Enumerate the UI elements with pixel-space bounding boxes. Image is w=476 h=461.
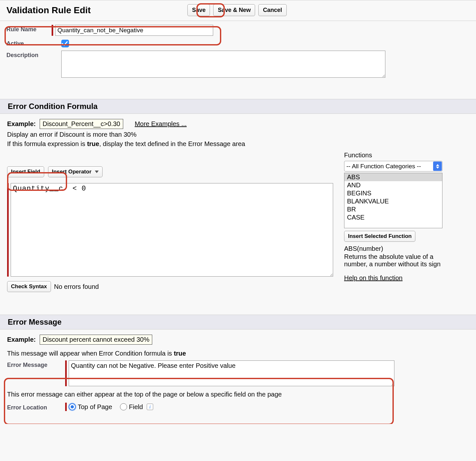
active-checkbox[interactable] <box>61 40 69 47</box>
check-syntax-button[interactable]: Check Syntax <box>7 281 51 292</box>
function-description: Returns the absolute value of a number, … <box>344 253 454 268</box>
formula-if-true-help: If this formula expression is true, disp… <box>7 140 469 148</box>
formula-display-help: Display an error if Discount is more tha… <box>7 131 469 138</box>
cancel-button[interactable]: Cancel <box>258 4 286 16</box>
description-label: Description <box>6 51 52 59</box>
function-item[interactable]: CASE <box>344 213 442 221</box>
error-message-section-header: Error Message <box>0 315 476 329</box>
save-and-new-button[interactable]: Save & New <box>213 4 255 16</box>
rule-name-input[interactable] <box>55 25 213 36</box>
error-example-value: Discount percent cannot exceed 30% <box>40 335 152 345</box>
field-radio-label: Field <box>129 403 143 411</box>
function-item[interactable]: AND <box>344 181 442 189</box>
formula-example-value: Discount_Percent__c>0.30 <box>40 119 123 129</box>
insert-function-button[interactable]: Insert Selected Function <box>344 231 415 242</box>
error-message-label: Error Message <box>7 360 65 368</box>
syntax-result-text: No errors found <box>54 283 99 290</box>
error-location-label: Error Location <box>7 403 65 411</box>
formula-example-label: Example: <box>7 120 36 128</box>
page-title: Validation Rule Edit <box>6 5 91 15</box>
error-message-textarea[interactable] <box>69 360 394 386</box>
required-indicator <box>65 360 67 386</box>
info-icon[interactable]: i <box>147 404 153 410</box>
function-item[interactable]: ABS <box>344 173 442 181</box>
top-of-page-radio[interactable] <box>69 403 76 410</box>
required-indicator <box>7 183 9 277</box>
chevron-down-icon <box>95 171 99 173</box>
more-examples-link[interactable]: More Examples ... <box>135 120 187 128</box>
field-radio[interactable] <box>120 403 127 410</box>
active-label: Active <box>6 39 52 47</box>
save-button[interactable]: Save <box>187 4 210 16</box>
rule-name-label: Rule Name <box>6 25 52 33</box>
function-item[interactable]: BR <box>344 205 442 213</box>
error-example-label: Example: <box>7 336 36 343</box>
functions-listbox[interactable]: ABS AND BEGINS BLANKVALUE BR CASE <box>344 173 442 228</box>
top-of-page-radio-label: Top of Page <box>78 403 112 411</box>
functions-label: Functions <box>344 152 469 159</box>
function-help-link[interactable]: Help on this function <box>344 274 402 282</box>
insert-operator-dropdown[interactable]: Insert Operator <box>48 166 103 177</box>
function-category-select[interactable]: -- All Function Categories -- <box>344 161 442 172</box>
required-indicator <box>65 403 67 411</box>
function-signature: ABS(number) <box>344 245 469 252</box>
required-indicator <box>52 25 53 36</box>
insert-field-button[interactable]: Insert Field <box>7 166 44 177</box>
function-item[interactable]: BLANKVALUE <box>344 197 442 205</box>
error-location-hint: This error message can either appear at … <box>7 391 469 398</box>
formula-textarea[interactable] <box>11 183 333 277</box>
formula-section-header: Error Condition Formula <box>0 99 476 114</box>
error-appear-help: This message will appear when Error Cond… <box>7 350 469 357</box>
description-textarea[interactable] <box>61 51 385 78</box>
function-item[interactable]: BEGINS <box>344 189 442 197</box>
